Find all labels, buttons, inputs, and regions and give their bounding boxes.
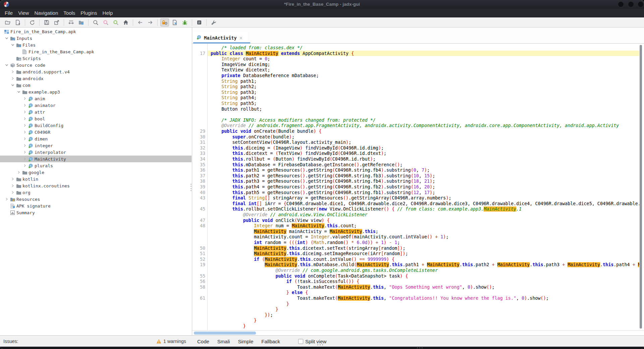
chevron-down-icon[interactable] [5,36,9,40]
tree-row-interpolator[interactable]: cinterpolator [0,149,192,156]
menu-help[interactable]: Help [100,9,116,17]
chevron-right-icon[interactable] [23,137,27,141]
chevron-right-icon[interactable] [23,164,27,168]
chevron-right-icon[interactable] [11,76,15,80]
window-maximize-button[interactable] [628,1,634,7]
view-tab-fallback[interactable]: Fallback [261,339,280,344]
chevron-down-icon[interactable] [5,63,9,67]
tree-row-scripts[interactable]: Scripts [0,55,192,62]
project-tree-panel[interactable]: Fire_in_the_Base_Camp.apkInputsFilesFire… [0,27,192,335]
chevron-right-icon[interactable] [11,190,15,194]
tree-row-attr[interactable]: cattr [0,109,192,115]
chevron-right-icon[interactable] [23,110,27,114]
tree-row-files[interactable]: Files [0,42,192,48]
chevron-right-icon[interactable] [11,184,15,188]
class-search-icon[interactable] [101,18,110,26]
debugger-icon[interactable] [180,18,189,26]
chevron-right-icon[interactable] [23,117,27,121]
menu-view[interactable]: View [15,9,32,17]
tab-mainactivity[interactable]: c MainActivity × [193,32,248,44]
vertical-scrollbar[interactable] [640,45,642,329]
chevron-right-icon[interactable] [23,150,27,154]
tree-row-anim[interactable]: canim [0,95,192,102]
view-tab-code[interactable]: Code [197,339,209,344]
tree-row-apk-signature[interactable]: APK signature [0,202,192,209]
tree-row-resources[interactable]: Resources [0,196,192,202]
tree-row-fire-in-the-base-camp-apk[interactable]: Fire_in_the_Base_Camp.apk [0,28,192,35]
main-activity-icon[interactable] [121,18,130,26]
chevron-right-icon[interactable] [5,197,9,201]
code-line: @Override // androidx.fragment.app.Fragm… [211,123,619,128]
code-view[interactable]: /* loaded from: classes.dex */17public c… [192,44,639,330]
svg-text:c: c [30,97,32,100]
tree-label: com [22,82,30,88]
reload-icon[interactable] [28,18,37,26]
tree-row-example-app3[interactable]: example.app3 [0,89,192,95]
tree-row-fire-in-the-base-camp-apk[interactable]: Fire_in_the_Base_Camp.apk [0,48,192,55]
tree-row-org[interactable]: org [0,189,192,196]
chevron-right-icon[interactable] [23,97,27,101]
chevron-right-icon[interactable] [23,123,27,127]
deobfuscation-icon[interactable] [160,18,169,26]
tree-row-integer[interactable]: cinteger [0,142,192,149]
menu-tools[interactable]: Tools [61,9,78,17]
text-search-icon[interactable] [91,18,100,26]
tree-row-bool[interactable]: cbool [0,115,192,122]
code-line: int random = (((int) (Math.random() * 6.… [211,240,400,245]
nav-back-icon[interactable] [136,18,145,26]
tree-row-summary[interactable]: Summary [0,209,192,216]
tree-row-kotlinx-coroutines[interactable]: kotlinx.coroutines [0,182,192,189]
log-viewer-icon[interactable] [195,18,204,26]
window-minimize-button[interactable] [618,1,624,7]
save-all-icon[interactable] [42,18,51,26]
tree-row-mainactivity[interactable]: cMainActivity [0,156,192,162]
tree-row-androidx[interactable]: androidx [0,75,192,82]
line-number: 61 [192,295,205,301]
tab-close-icon[interactable]: × [239,35,243,41]
tree-row-kotlin[interactable]: kotlin [0,176,192,182]
window-close-button[interactable] [638,1,644,7]
tree-row-android-support-v4[interactable]: android.support.v4 [0,68,192,75]
chevron-right-icon[interactable] [11,70,15,74]
export-icon[interactable] [52,18,61,26]
menu-navigation[interactable]: Navigation [32,9,61,17]
warnings-badge[interactable]: 1 warnings [156,336,186,347]
open-file-icon[interactable] [3,18,12,26]
view-tab-simple[interactable]: Simple [238,339,253,344]
chevron-right-icon[interactable] [23,130,27,134]
tree-row-buildconfig[interactable]: cBuildConfig [0,122,192,129]
tree-row-c0496r[interactable]: cC0496R [0,129,192,135]
tree-row-animator[interactable]: canimator [0,102,192,109]
split-view-checkbox[interactable] [298,339,303,344]
panel-resize-grip[interactable] [317,344,323,345]
panel-splitter-handle[interactable] [191,184,192,191]
quick-tabs-icon[interactable] [170,18,179,26]
view-tab-smali[interactable]: Smali [217,339,230,344]
chevron-right-icon[interactable] [17,170,21,174]
tree-row-plurals[interactable]: cplurals [0,162,192,169]
flatten-packages-icon[interactable] [67,18,75,26]
tree-row-com[interactable]: com [0,82,192,89]
chevron-down-icon[interactable] [11,43,15,47]
tree-row-inputs[interactable]: Inputs [0,35,192,42]
chevron-right-icon[interactable] [23,103,27,107]
tree-row-source-code[interactable]: Source code [0,62,192,68]
chevron-right-icon[interactable] [11,177,15,181]
menu-file[interactable]: File [2,9,15,17]
chevron-right-icon[interactable] [23,143,27,148]
comment-search-icon[interactable] [111,18,120,26]
chevron-down-icon[interactable] [11,83,15,87]
menu-plugins[interactable]: Plugins [78,9,100,17]
add-files-icon[interactable] [13,18,22,26]
nav-forward-icon[interactable] [146,18,155,26]
package-icon [22,170,28,175]
tree-row-dimen[interactable]: cdimen [0,135,192,142]
horizontal-scrollbar[interactable] [194,332,256,335]
chevron-right-icon[interactable] [23,157,27,161]
code-line: String path2; [211,84,257,90]
preferences-icon[interactable] [209,18,218,26]
tree-row-google[interactable]: google [0,169,192,176]
sync-with-editor-icon[interactable] [77,18,86,26]
chevron-down-icon[interactable] [17,90,21,94]
code-line: } [211,317,257,323]
